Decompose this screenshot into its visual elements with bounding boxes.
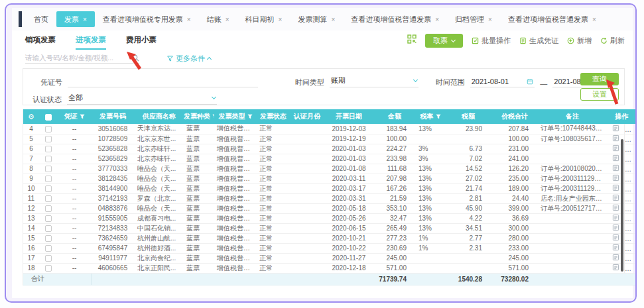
query-button[interactable]: 查询 (580, 73, 619, 85)
auth-status-select[interactable]: 全部 (67, 93, 217, 105)
cell-tax_rate: 13% (416, 124, 445, 134)
view-voucher-icon[interactable] (612, 214, 619, 223)
vertical-scrollbar[interactable] (621, 139, 623, 272)
tab-close-icon[interactable]: × (225, 16, 229, 23)
row-checkbox[interactable] (45, 166, 52, 172)
row-checkbox[interactable] (45, 225, 52, 232)
refresh-icon (600, 37, 608, 44)
view-voucher-icon[interactable] (612, 134, 619, 143)
row-select-cell[interactable] (39, 134, 58, 144)
row-checkbox[interactable] (45, 195, 52, 202)
batch-operations-button[interactable]: 批量操作 (472, 36, 511, 46)
time-type-select[interactable]: 账期 (330, 76, 419, 87)
subtab-2[interactable]: 费用小票 (126, 31, 157, 50)
row-select-cell[interactable] (39, 203, 58, 213)
row-select-cell[interactable] (39, 164, 58, 174)
row-checkbox[interactable] (45, 176, 52, 182)
settings-button[interactable]: 设置 (580, 88, 619, 101)
column-settings-header[interactable]: ⚙ (23, 109, 39, 124)
tab-item-8[interactable]: 查看进项增值税普通发票× (500, 11, 604, 27)
tab-close-icon[interactable]: × (488, 16, 492, 23)
tab-item-1[interactable]: 发票× (56, 11, 95, 27)
add-button[interactable]: 新增 (567, 36, 592, 46)
row-checkbox[interactable] (45, 146, 52, 152)
select-all-checkbox[interactable] (45, 114, 52, 121)
tab-close-icon[interactable]: × (331, 16, 335, 23)
tab-item-2[interactable]: 查看进项增值税专用发票× (95, 11, 199, 27)
tab-close-icon[interactable]: × (279, 16, 283, 23)
filter-icon[interactable] (212, 114, 214, 119)
filter-icon[interactable] (247, 114, 253, 119)
tab-close-icon[interactable]: × (83, 16, 87, 23)
row-select-cell[interactable] (39, 174, 58, 183)
column-header-tax_rate[interactable]: 税率 (416, 109, 445, 124)
tab-close-icon[interactable]: × (187, 16, 191, 23)
calendar-icon[interactable] (527, 78, 533, 85)
tab-close-icon[interactable]: × (435, 16, 439, 23)
view-voucher-icon[interactable] (612, 174, 619, 183)
view-voucher-icon[interactable] (612, 264, 619, 272)
view-voucher-icon[interactable] (612, 224, 619, 232)
view-voucher-icon[interactable] (612, 254, 619, 262)
row-select-cell[interactable] (39, 263, 58, 273)
view-voucher-icon[interactable] (612, 244, 619, 252)
more-conditions-toggle[interactable]: 更多条件 (167, 54, 211, 64)
tab-item-0[interactable]: 首页 (26, 11, 56, 27)
search-input[interactable] (25, 54, 132, 62)
qr-grid-icon[interactable] (407, 34, 417, 46)
search-icon[interactable] (132, 54, 139, 62)
select-all-header[interactable] (39, 109, 58, 124)
tab-item-5[interactable]: 发票测算× (290, 11, 343, 27)
tab-item-4[interactable]: 科目期初× (237, 11, 290, 27)
view-voucher-icon[interactable] (612, 184, 619, 193)
row-select-cell[interactable] (39, 193, 58, 203)
generate-voucher-button[interactable]: 生成凭证 (519, 36, 558, 46)
filter-icon[interactable] (436, 114, 441, 119)
row-checkbox[interactable] (45, 205, 52, 212)
cell-total: 189.00 (491, 183, 538, 193)
row-checkbox[interactable] (45, 245, 52, 252)
view-voucher-icon[interactable] (612, 194, 619, 203)
voucher-no-input[interactable] (68, 85, 258, 87)
row-checkbox[interactable] (45, 136, 52, 142)
row-select-cell[interactable] (39, 223, 58, 233)
cell-supplier: 成都喜习电... (135, 213, 184, 223)
tab-close-icon[interactable]: × (592, 16, 596, 23)
date-from-input[interactable]: 2021-08-01 (470, 77, 535, 87)
row-select-cell[interactable] (39, 213, 58, 223)
view-voucher-icon[interactable] (612, 164, 619, 173)
voucher-icon (519, 37, 527, 44)
row-checkbox[interactable] (45, 215, 52, 222)
row-select-cell[interactable] (39, 183, 58, 193)
column-header-voucher[interactable]: 凭证 (58, 109, 91, 124)
view-voucher-icon[interactable] (612, 144, 619, 153)
tab-item-3[interactable]: 结账× (199, 11, 237, 27)
tab-item-7[interactable]: 归档管理× (447, 11, 500, 27)
row-select-cell[interactable] (39, 154, 58, 164)
row-select-cell[interactable] (39, 243, 58, 253)
tab-item-6[interactable]: 查看进项增值税普通发票× (343, 11, 447, 27)
subtab-1[interactable]: 进项发票 (76, 31, 106, 50)
row-checkbox[interactable] (45, 126, 52, 132)
row-select-cell[interactable] (39, 253, 58, 263)
row-checkbox[interactable] (45, 255, 52, 262)
row-checkbox[interactable] (45, 185, 52, 192)
row-checkbox[interactable] (45, 156, 52, 162)
refresh-button[interactable]: 刷新 (600, 36, 625, 46)
row-checkbox[interactable] (45, 235, 52, 242)
column-header-kind[interactable]: 发票种类 (184, 109, 214, 124)
collect-invoice-button[interactable]: 取票 (425, 34, 463, 48)
view-voucher-icon[interactable] (612, 204, 619, 213)
view-voucher-icon[interactable] (612, 234, 619, 242)
column-header-type[interactable]: 发票类型 (214, 109, 257, 124)
gear-icon[interactable]: ⚙ (28, 113, 34, 121)
row-select-cell[interactable] (39, 233, 58, 243)
row-select-cell[interactable] (39, 144, 58, 154)
column-label: 认证月份 (294, 113, 320, 120)
view-voucher-icon[interactable] (612, 154, 619, 163)
row-checkbox[interactable] (45, 265, 52, 272)
row-select-cell[interactable] (39, 124, 58, 134)
filter-icon[interactable] (80, 114, 85, 119)
subtab-0[interactable]: 销项发票 (25, 31, 56, 50)
view-voucher-icon[interactable] (612, 125, 619, 133)
